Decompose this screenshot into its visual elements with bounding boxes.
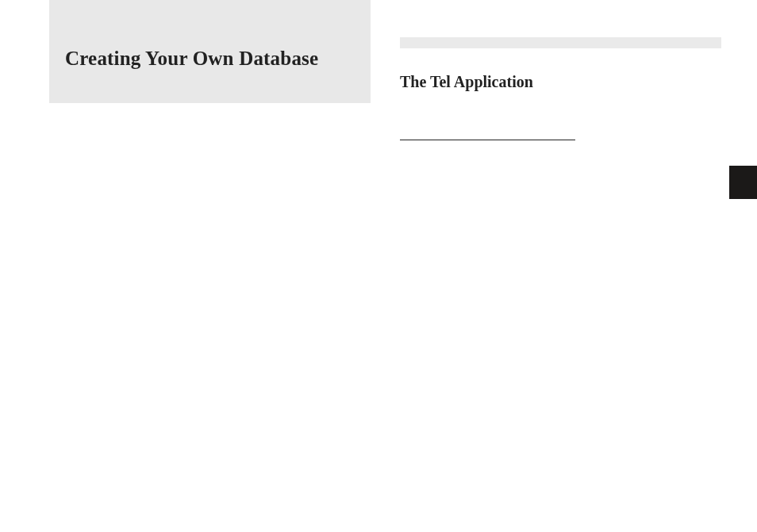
section-title: The Tel Application — [400, 73, 533, 91]
chapter-title-panel: Creating Your Own Database — [49, 0, 371, 103]
chapter-title: Creating Your Own Database — [65, 48, 318, 70]
section-divider-bar — [400, 37, 721, 48]
page-edge-tab — [729, 166, 757, 199]
horizontal-rule — [400, 140, 575, 140]
